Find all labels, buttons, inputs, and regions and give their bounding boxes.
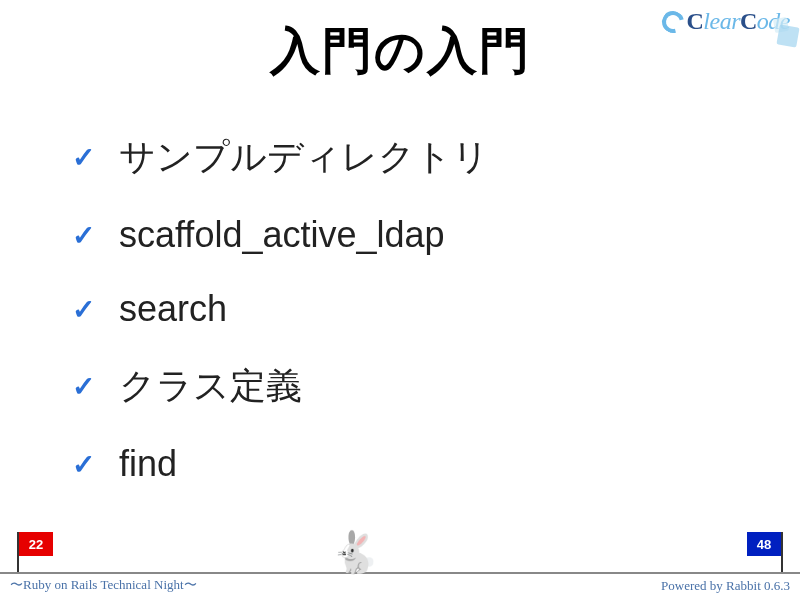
check-icon: ✓ [72,219,95,252]
bullet-text: クラス定義 [119,362,302,411]
logo-c-icon [658,6,688,36]
logo-accent-icon [776,24,799,47]
bullet-text: scaffold_active_ldap [119,214,445,256]
list-item: ✓scaffold_active_ldap [72,214,800,256]
list-item: ✓サンプルディレクトリ [72,133,800,182]
check-icon: ✓ [72,448,95,481]
footer-generator: Powered by Rabbit 0.6.3 [661,578,790,594]
list-item: ✓search [72,288,800,330]
current-slide-flag: 22 [16,532,52,572]
total-slides-flag: 48 [748,532,784,572]
check-icon: ✓ [72,141,95,174]
list-item: ✓クラス定義 [72,362,800,411]
total-slides-number: 48 [747,532,781,556]
footer-subtitle: 〜Ruby on Rails Technical Night〜 [10,576,197,594]
rabbit-progress-icon: 🐇 [330,532,380,572]
list-item: ✓find [72,443,800,485]
check-icon: ✓ [72,293,95,326]
flag-pole-icon [781,532,783,572]
bullet-text: find [119,443,177,485]
bullet-text: サンプルディレクトリ [119,133,489,182]
bullet-text: search [119,288,227,330]
check-icon: ✓ [72,370,95,403]
current-slide-number: 22 [19,532,53,556]
progress-track [0,572,800,574]
brand-logo: ClearCode [662,8,790,35]
bullet-list: ✓サンプルディレクトリ ✓scaffold_active_ldap ✓searc… [72,133,800,485]
